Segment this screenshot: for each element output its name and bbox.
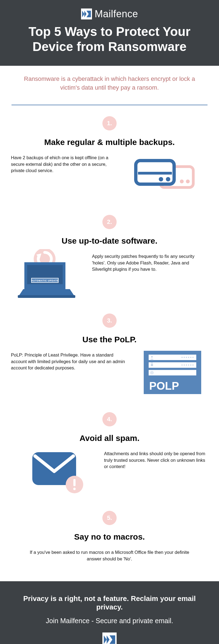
section-title-2: Use up-to-date software. — [11, 236, 208, 246]
number-badge-1: 1. — [102, 116, 117, 130]
section-title-4: Avoid all spam. — [11, 434, 208, 443]
svg-point-26 — [184, 364, 185, 366]
svg-point-30 — [192, 364, 194, 366]
number-badge-2: 2. — [102, 215, 117, 229]
number-badge-3: 3. — [102, 314, 117, 328]
svg-point-21 — [186, 357, 187, 358]
svg-rect-14 — [18, 295, 75, 298]
logo-row: Mailfence — [81, 8, 138, 20]
polp-label: POLP — [149, 380, 179, 392]
svg-point-27 — [186, 364, 187, 366]
header: Mailfence Top 5 Ways to Protect Your Dev… — [0, 0, 219, 66]
svg-point-34 — [151, 372, 152, 373]
svg-point-31 — [151, 356, 153, 358]
svg-point-28 — [188, 364, 189, 366]
footer-line-1: Privacy is a right, not a feature. Recla… — [11, 594, 208, 611]
svg-point-29 — [190, 364, 191, 366]
svg-rect-37 — [73, 479, 76, 486]
svg-point-38 — [73, 488, 76, 490]
section-1: 1. Make regular & multiple backups. Have… — [0, 116, 219, 215]
backup-drives-icon — [128, 155, 199, 196]
section-text-4: Attachments and links should only be ope… — [104, 451, 208, 470]
svg-point-22 — [188, 357, 189, 358]
laptop-update-icon: AUTOMATIC UPDATE — [11, 253, 82, 294]
svg-point-19 — [181, 357, 183, 358]
divider — [11, 105, 208, 105]
svg-point-3 — [186, 179, 190, 183]
svg-rect-32 — [151, 364, 153, 366]
section-body-1: Have 2 backups of ehich one is kept offl… — [11, 155, 208, 196]
brand-name: Mailfence — [95, 8, 138, 20]
number-badge-4: 4. — [102, 412, 117, 426]
section-2: 2. Use up-to-date software. Apply securi… — [0, 215, 219, 314]
footer: Privacy is a right, not a feature. Recla… — [0, 581, 219, 644]
section-body-2: Apply security patches frequently to fix… — [11, 253, 208, 294]
intro-text: Ransomware is a cyberattack in which hac… — [0, 66, 219, 101]
page-title: Top 5 Ways to Protect Your Device from R… — [11, 24, 208, 54]
svg-point-25 — [181, 364, 183, 366]
svg-marker-13 — [19, 289, 74, 296]
svg-point-7 — [166, 177, 170, 181]
section-5: 5. Say no to macros. If a you've been as… — [0, 511, 219, 581]
section-4: 4. Avoid all spam. Attachments and links… — [0, 412, 219, 511]
section-title-3: Use the PoLP. — [11, 335, 208, 344]
section-text-3: PoLP: Principle of Least Privilege. Have… — [11, 352, 127, 371]
section-text-5: If a you've been asked to run macros on … — [11, 549, 208, 562]
svg-rect-18 — [149, 370, 196, 375]
polp-panel-icon: POLP — [137, 352, 208, 393]
mailfence-footer-logo-icon — [102, 632, 117, 644]
footer-line-2: Join Mailfence - Secure and private emai… — [11, 617, 208, 625]
svg-point-6 — [159, 177, 163, 181]
section-3: 3. Use the PoLP. PoLP: Principle of Leas… — [0, 314, 219, 412]
svg-point-2 — [180, 179, 184, 183]
svg-point-23 — [190, 357, 191, 358]
section-text-2: Apply security patches frequently to fix… — [92, 253, 208, 272]
mailfence-logo-icon — [81, 8, 92, 19]
section-title-5: Say no to macros. — [11, 532, 208, 542]
section-body-3: PoLP: Principle of Least Privilege. Have… — [11, 352, 208, 393]
section-title-1: Make regular & multiple backups. — [11, 138, 208, 147]
svg-point-24 — [192, 357, 194, 358]
automatic-update-label: AUTOMATIC UPDATE — [31, 279, 59, 282]
section-text-1: Have 2 backups of ehich one is kept offl… — [11, 155, 118, 174]
number-badge-5: 5. — [102, 511, 117, 525]
section-body-4: Attachments and links should only be ope… — [11, 451, 208, 492]
svg-point-20 — [184, 357, 185, 358]
spam-envelope-icon — [23, 451, 94, 492]
